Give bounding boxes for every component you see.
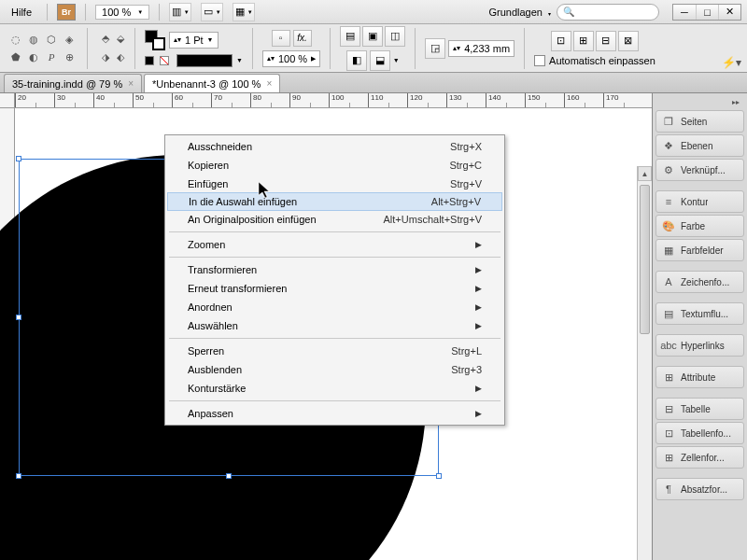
context-menu-item[interactable]: Erneut transformieren▶ xyxy=(167,279,502,298)
search-input[interactable] xyxy=(578,7,643,18)
panel-button[interactable]: AZeichenfo... xyxy=(655,271,744,293)
textwrap-icon[interactable]: ⬓ xyxy=(370,50,390,71)
zoom-value: 100 % xyxy=(102,7,131,18)
pathfinder-icon[interactable]: ⬟ xyxy=(7,49,24,65)
panel-button[interactable]: 🎨Farbe xyxy=(655,215,744,237)
view-mode-button-2[interactable]: ▭▼ xyxy=(201,3,223,21)
menu-item-label: Einfügen xyxy=(188,178,450,189)
context-menu-item[interactable]: EinfügenStrg+V xyxy=(167,175,502,193)
window-controls: ─ □ ✕ xyxy=(672,4,741,21)
opacity-icon[interactable]: ▫ xyxy=(272,30,290,47)
menu-help[interactable]: Hilfe xyxy=(6,4,37,21)
color-mode-swatches[interactable] xyxy=(145,56,173,65)
fit-content-icon[interactable]: ⊡ xyxy=(551,31,571,51)
panel-button[interactable]: ❐Seiten xyxy=(655,110,744,133)
panel-button[interactable]: ≡Kontur xyxy=(655,190,744,213)
panel-button[interactable]: ⊟Tabelle xyxy=(655,398,744,420)
context-menu-item[interactable]: Transformieren▶ xyxy=(167,260,502,279)
resize-handle[interactable] xyxy=(16,473,21,479)
opacity-field[interactable]: ▴▾ 100 % ▶ xyxy=(262,50,320,67)
textwrap-icon[interactable]: ▤ xyxy=(340,26,360,47)
menu-item-label: Anpassen xyxy=(188,408,475,419)
align-icon[interactable]: ⬖ xyxy=(112,49,129,66)
resize-handle[interactable] xyxy=(16,315,21,320)
corner-radius-field[interactable]: ▴▾ 4,233 mm xyxy=(448,40,514,57)
type-path-icon[interactable]: P xyxy=(43,49,60,65)
context-menu-item[interactable]: Konturstärke▶ xyxy=(167,379,502,398)
panel-button[interactable]: ¶Absatzfor... xyxy=(655,478,744,500)
panel-button[interactable]: ⊞Zellenfor... xyxy=(655,446,744,469)
panel-button[interactable]: ▤Textumflu... xyxy=(655,302,744,325)
panel-button[interactable]: ⊡Tabellenfo... xyxy=(655,422,744,444)
close-icon[interactable]: × xyxy=(266,78,272,89)
ruler-origin[interactable] xyxy=(0,93,15,108)
align-icon[interactable]: ⬙ xyxy=(112,31,129,48)
context-menu-item[interactable]: Auswählen▶ xyxy=(167,316,502,335)
fill-frame-icon[interactable]: ⊟ xyxy=(596,31,616,51)
panel-button[interactable]: abcHyperlinks xyxy=(655,334,744,357)
ruler-tick: 80 xyxy=(250,93,289,107)
document-tab[interactable]: 35-training.indd @ 79 %× xyxy=(4,74,142,92)
arrange-button[interactable]: ▦▼ xyxy=(233,3,255,21)
fit-frame-icon[interactable]: ⊞ xyxy=(573,31,594,51)
context-menu-item[interactable]: SperrenStrg+L xyxy=(167,342,502,360)
bridge-button[interactable]: Br xyxy=(57,4,76,21)
textwrap-icon[interactable]: ◫ xyxy=(385,26,405,47)
close-button[interactable]: ✕ xyxy=(718,5,740,20)
stroke-weight-field[interactable]: ▴▾ 1 Pt ▼ xyxy=(169,32,218,49)
zoom-level[interactable]: 100 % ▼ xyxy=(95,5,149,20)
context-menu-item[interactable]: AusblendenStrg+3 xyxy=(167,360,502,379)
panel-button[interactable]: ⚙Verknüpf... xyxy=(655,159,744,181)
panel-button[interactable]: ❖Ebenen xyxy=(655,134,744,157)
separator xyxy=(159,4,160,21)
panel-label: Seiten xyxy=(681,117,707,127)
panel-button[interactable]: ⊞Attribute xyxy=(655,366,744,388)
panel-label: Farbfelder xyxy=(681,245,724,256)
resize-handle[interactable] xyxy=(16,156,21,161)
scroll-thumb[interactable] xyxy=(640,185,650,334)
context-menu-item[interactable]: KopierenStrg+C xyxy=(167,156,502,175)
effects-button[interactable]: fx. xyxy=(293,30,312,47)
textwrap-icon[interactable]: ▣ xyxy=(362,26,383,47)
menu-item-label: Ausblenden xyxy=(188,364,451,375)
pathfinder-icon[interactable]: ⬡ xyxy=(43,31,60,48)
resize-handle[interactable] xyxy=(226,473,232,479)
context-menu-item[interactable]: An Originalposition einfügenAlt+Umschalt… xyxy=(167,210,502,229)
vertical-scrollbar[interactable]: ▲ xyxy=(637,166,652,560)
attributes-icon: ⊞ xyxy=(661,371,676,384)
stroke-style-dropdown[interactable] xyxy=(176,54,233,67)
panel-button[interactable]: ▦Farbfelder xyxy=(655,239,744,261)
document-tab[interactable]: *Unbenannt-3 @ 100 %× xyxy=(144,74,280,92)
layers-icon: ❖ xyxy=(661,139,676,152)
corner-icon[interactable]: ◲ xyxy=(425,38,445,59)
menu-separator xyxy=(169,257,500,258)
stroke-swatch[interactable] xyxy=(152,37,165,50)
close-icon[interactable]: × xyxy=(128,78,134,89)
maximize-button[interactable]: □ xyxy=(696,5,718,20)
textwrap-icon[interactable]: ◧ xyxy=(346,50,367,71)
context-menu-item[interactable]: Anpassen▶ xyxy=(167,404,502,423)
flyout-icon[interactable]: ⚡▾ xyxy=(722,56,741,69)
menu-item-label: Sperren xyxy=(188,345,451,357)
pathfinder-icon[interactable]: ◐ xyxy=(25,49,42,65)
autofit-checkbox[interactable] xyxy=(534,55,545,66)
submenu-arrow-icon: ▶ xyxy=(475,409,482,418)
context-menu-item[interactable]: In die Auswahl einfügenAlt+Strg+V xyxy=(167,192,502,211)
context-menu-item[interactable]: AusschneidenStrg+X xyxy=(167,137,502,156)
minimize-button[interactable]: ─ xyxy=(673,5,696,20)
pathfinder-icon[interactable]: ◍ xyxy=(25,31,42,48)
collapse-dock-icon[interactable]: ▸▸ xyxy=(728,97,743,106)
context-menu-item[interactable]: Zoomen▶ xyxy=(167,235,502,254)
scroll-up-icon[interactable]: ▲ xyxy=(638,166,652,181)
pathfinder-icon[interactable]: ◌ xyxy=(7,31,24,48)
center-content-icon[interactable]: ⊠ xyxy=(618,31,639,51)
context-menu-item[interactable]: Anordnen▶ xyxy=(167,298,502,316)
menu-shortcut: Alt+Strg+V xyxy=(431,196,481,207)
resize-handle[interactable] xyxy=(436,473,442,479)
pathfinder-icon[interactable]: ⊕ xyxy=(61,49,78,65)
workspace-switcher[interactable]: Grundlagen ▾ xyxy=(488,7,551,18)
pathfinder-icon[interactable]: ◈ xyxy=(61,31,78,48)
horizontal-ruler[interactable]: 2030405060708090100110120130140150160170 xyxy=(15,93,652,108)
view-mode-button-1[interactable]: ▥▼ xyxy=(169,3,191,21)
search-field[interactable]: 🔍 xyxy=(557,4,659,21)
